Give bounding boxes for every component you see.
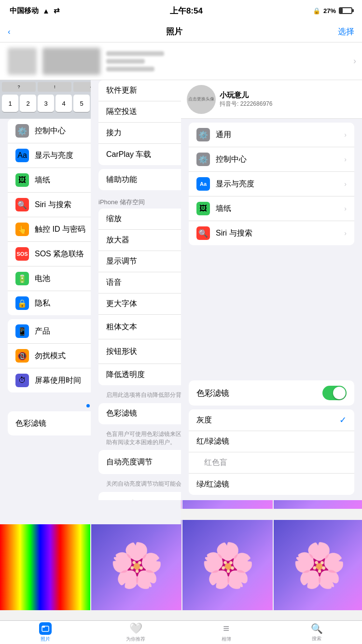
key-1[interactable]: 1	[2, 95, 18, 112]
privacy-icon: 🔒	[15, 296, 29, 310]
photo-cell[interactable]	[182, 520, 273, 610]
recommended-tab-icon: 🤍	[129, 622, 142, 635]
promo-arrow-icon: ›	[353, 56, 356, 66]
back-chevron-icon: ‹	[8, 27, 11, 37]
lock-icon: 🔒	[313, 7, 320, 14]
wifi-icon: ▲	[42, 7, 50, 15]
tab-recommended-label: 为你推荐	[126, 636, 145, 643]
controlcenter-icon: ⚙️	[196, 153, 210, 166]
right-settings-group: ⚙️ 通用 › ⚙️ 控制中心 › Aa 显示与亮度 › 🖼 墙纸 › 🔍	[189, 123, 354, 245]
photo-cell[interactable]	[91, 520, 181, 610]
key-4[interactable]: 4	[56, 95, 72, 112]
search-tab-icon: 🔍	[311, 623, 323, 634]
filter-label: 绿/红滤镜	[196, 479, 347, 490]
signal-icon: ⇄	[54, 6, 60, 15]
avatar-hint: 点击更换头像	[188, 96, 214, 102]
filter-option-grayscale[interactable]: 灰度 ✓	[189, 409, 354, 431]
content-area: › 放四又怎么啦？ 154.5w 输入留言 ➤ 放四又怎么啦？ 154.5w	[0, 42, 362, 620]
svg-rect-1	[42, 626, 45, 628]
back-button[interactable]: ‹	[8, 27, 11, 37]
touchid-icon: 👆	[15, 223, 29, 236]
battery-percent: 27%	[323, 7, 336, 14]
display-icon: Aa	[15, 149, 29, 162]
tab-albums-label: 相簿	[222, 636, 231, 643]
settings-label: 墙纸	[216, 204, 344, 214]
albums-tab-icon: ≡	[223, 622, 229, 635]
select-button[interactable]: 选择	[338, 26, 354, 37]
key-2[interactable]: 2	[20, 95, 36, 112]
tab-bar: 照片 🤍 为你推荐 ≡ 相簿 🔍 搜索	[0, 620, 362, 644]
screentime-icon: ⏱	[15, 374, 29, 387]
settings-panel-right: 点击更换头像 小玩意儿 抖音号: 2222686976 ⚙️ 通用 › ⚙️ 控…	[181, 80, 362, 500]
chevron-right-icon: ›	[344, 180, 347, 188]
key-3[interactable]: 3	[38, 95, 54, 112]
siri-icon: 🔍	[15, 198, 29, 211]
filter-sublabel: 红色盲	[204, 458, 347, 468]
wallpaper-icon-2: 🖼	[196, 202, 210, 215]
dot-1	[86, 404, 90, 407]
color-filter-enabled-row[interactable]: 色彩滤镜	[189, 380, 354, 406]
status-time: 上午8:54	[170, 5, 203, 16]
color-filter-enabled-group: 色彩滤镜	[189, 380, 354, 406]
display-aa-icon: Aa	[196, 177, 210, 191]
tab-search-label: 搜索	[312, 635, 321, 642]
color-filter-main-toggle[interactable]	[322, 386, 347, 400]
dnd-icon: 📵	[15, 349, 29, 363]
status-left: 中国移动 ▲ ⇄	[10, 6, 60, 15]
status-right: 🔒 27%	[313, 7, 352, 14]
tab-photos-label: 照片	[41, 636, 50, 643]
page-title: 照片	[166, 26, 182, 37]
status-bar: 中国移动 ▲ ⇄ 上午8:54 🔒 27%	[0, 0, 362, 21]
settings-label: 控制中心	[216, 154, 344, 165]
photo-cell[interactable]	[274, 520, 362, 610]
profile-info: 小玩意儿 抖音号: 2222686976	[220, 91, 356, 108]
avatar: 点击更换头像	[187, 85, 216, 114]
color-filter-right-group: 色彩滤镜 灰度 ✓ 红/绿滤镜 红色盲 绿/红滤镜	[181, 380, 362, 495]
settings-label: 显示与亮度	[216, 179, 344, 189]
chevron-right-icon: ›	[344, 155, 347, 163]
photo-cell[interactable]	[0, 520, 90, 610]
battery-icon	[339, 7, 352, 14]
settings-label: Siri 与搜索	[216, 228, 344, 238]
chevron-right-icon: ›	[344, 229, 347, 237]
right-settings-siri[interactable]: 🔍 Siri 与搜索 ›	[189, 221, 354, 245]
tab-recommended[interactable]: 🤍 为你推荐	[91, 622, 181, 643]
tab-photos[interactable]: 照片	[0, 622, 91, 643]
chevron-right-icon: ›	[344, 205, 347, 212]
carrier-label: 中国移动	[10, 6, 39, 15]
appstore-icon: 📱	[15, 324, 29, 338]
color-filter-enabled-label: 色彩滤镜	[196, 388, 322, 399]
filter-option-rg[interactable]: 红/绿滤镜	[189, 431, 354, 452]
filter-label: 红/绿滤镜	[196, 436, 347, 447]
right-settings-wallpaper[interactable]: 🖼 墙纸 ›	[189, 196, 354, 221]
profile-banner[interactable]: 点击更换头像 小玩意儿 抖音号: 2222686976	[181, 80, 362, 119]
filter-label: 灰度	[196, 415, 339, 425]
nav-bar: ‹ 照片 选择	[0, 21, 362, 42]
filter-option-red[interactable]: 红色盲	[189, 452, 354, 474]
check-icon: ✓	[339, 415, 347, 425]
filter-options-group: 灰度 ✓ 红/绿滤镜 红色盲 绿/红滤镜	[189, 409, 354, 495]
right-settings-controlcenter[interactable]: ⚙️ 控制中心 ›	[189, 147, 354, 172]
general-icon: ⚙️	[196, 128, 210, 141]
profile-username: 小玩意儿	[220, 91, 356, 100]
tab-search[interactable]: 🔍 搜索	[272, 623, 362, 642]
chevron-right-icon: ›	[344, 131, 347, 139]
settings-label: 通用	[216, 130, 344, 140]
filter-option-gr[interactable]: 绿/红滤镜	[189, 474, 354, 495]
right-settings-general[interactable]: ⚙️ 通用 ›	[189, 123, 354, 147]
promo-thumb-1	[8, 48, 37, 75]
promo-thumb-2	[42, 48, 100, 75]
right-settings-display[interactable]: Aa 显示与亮度 ›	[189, 172, 354, 196]
siri-icon-2: 🔍	[196, 226, 210, 240]
control-center-icon: ⚙️	[15, 124, 29, 138]
wallpaper-icon: 🖼	[15, 173, 29, 187]
sos-icon: SOS	[15, 247, 29, 261]
profile-id: 抖音号: 2222686976	[220, 100, 356, 108]
key-5[interactable]: 5	[73, 95, 90, 112]
tab-albums[interactable]: ≡ 相簿	[181, 622, 272, 643]
promo-banner[interactable]: ›	[0, 42, 362, 80]
battery-icon: 🔋	[15, 272, 29, 285]
photos-tab-icon	[39, 622, 52, 635]
